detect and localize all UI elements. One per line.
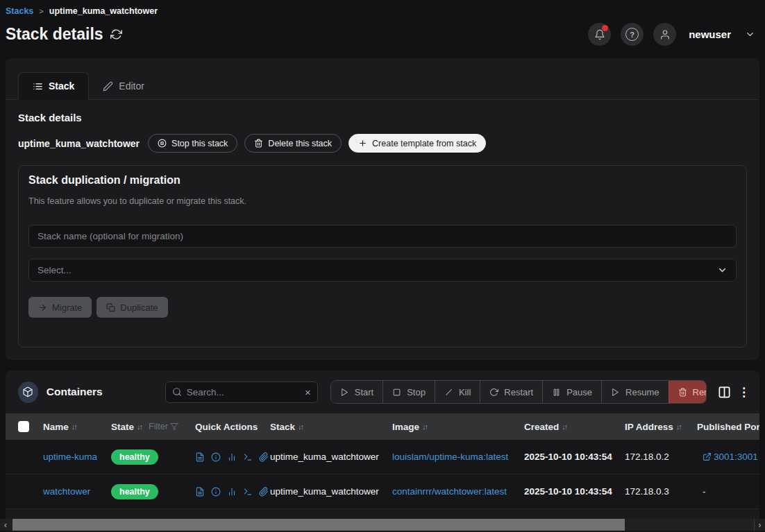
create-template-button[interactable]: Create template from stack — [348, 134, 486, 153]
trash-icon — [678, 388, 687, 397]
col-ip: IP Address — [625, 422, 673, 432]
funnel-icon — [170, 422, 178, 431]
ip-cell: 172.18.0.2 — [625, 452, 697, 462]
title-row: Stack details ? newuser — [0, 16, 765, 46]
sort-icon[interactable]: ↓↑ — [562, 422, 566, 431]
avatar[interactable] — [653, 23, 676, 46]
remove-button[interactable]: Remove — [669, 381, 707, 403]
containers-title: Containers — [47, 386, 103, 398]
select-placeholder: Select... — [37, 265, 72, 275]
sort-icon[interactable]: ↓↑ — [298, 422, 303, 431]
kill-button[interactable]: Kill — [435, 381, 480, 403]
breadcrumb-separator: > — [39, 7, 43, 15]
help-button[interactable]: ? — [621, 23, 644, 46]
kill-label: Kill — [459, 387, 471, 397]
image-link[interactable]: louislam/uptime-kuma:latest — [392, 452, 508, 462]
pause-icon — [552, 388, 561, 397]
published-port-link[interactable]: 3001:3001 — [697, 452, 759, 462]
sort-icon[interactable]: ↓↑ — [137, 422, 142, 431]
container-name-link[interactable]: watchtower — [43, 486, 90, 497]
breadcrumb: Stacks > uptime_kuma_watchtower — [0, 0, 765, 16]
duplicate-button[interactable]: Duplicate — [96, 297, 167, 318]
question-icon: ? — [625, 28, 639, 41]
columns-icon — [718, 386, 731, 399]
restart-label: Restart — [504, 387, 533, 397]
tab-editor[interactable]: Editor — [89, 73, 158, 99]
play-icon — [611, 388, 620, 397]
col-ports: Published Ports — [697, 422, 759, 432]
search-box: × — [165, 381, 318, 403]
scroll-left-arrow[interactable]: ‹ — [0, 519, 11, 531]
stack-details-panel: Stack Editor Stack details uptime_kuma_w… — [6, 58, 759, 360]
section-title: Stack details — [18, 112, 747, 123]
console-icon[interactable] — [243, 452, 253, 462]
clear-search-icon[interactable]: × — [305, 387, 311, 397]
pause-button[interactable]: Pause — [542, 381, 601, 403]
start-button[interactable]: Start — [331, 381, 382, 403]
filter-label: Filter — [149, 422, 168, 431]
table-settings-button[interactable]: ⋮ — [738, 385, 750, 400]
columns-toggle-button[interactable] — [718, 386, 731, 399]
logs-icon[interactable] — [195, 452, 205, 462]
duplicate-label: Duplicate — [120, 302, 158, 313]
container-name-link[interactable]: uptime-kuma — [43, 452, 97, 462]
col-created: Created — [524, 422, 559, 432]
external-link-icon — [703, 452, 712, 461]
status-badge: healthy — [111, 449, 158, 465]
inspect-icon[interactable] — [211, 487, 221, 497]
duplication-box: Stack duplication / migration This featu… — [18, 165, 747, 347]
duplication-description: This feature allows you to duplicate or … — [28, 196, 737, 206]
image-link[interactable]: containrrr/watchtower:latest — [392, 486, 507, 497]
user-menu-chevron[interactable] — [745, 29, 755, 40]
select-all-checkbox[interactable] — [18, 421, 29, 432]
containers-badge — [18, 381, 38, 403]
state-filter[interactable]: Filter — [149, 422, 178, 431]
notifications-button[interactable] — [588, 23, 611, 46]
stats-icon[interactable] — [227, 452, 237, 462]
tab-stack[interactable]: Stack — [18, 72, 89, 100]
sort-icon[interactable]: ↓↑ — [72, 422, 76, 431]
sort-icon[interactable]: ↓↑ — [422, 422, 427, 431]
environment-select[interactable]: Select... — [28, 259, 737, 282]
console-icon[interactable] — [243, 487, 253, 497]
square-icon — [392, 388, 401, 397]
tab-editor-label: Editor — [119, 80, 144, 92]
chevron-down-icon — [745, 29, 755, 40]
attach-icon[interactable] — [259, 487, 269, 497]
containers-header: Containers × Start Stop Kill — [6, 370, 759, 413]
tab-stack-label: Stack — [49, 80, 74, 92]
delete-stack-button[interactable]: Delete this stack — [244, 134, 342, 153]
stop-stack-button[interactable]: Stop this stack — [148, 134, 237, 153]
stack-cell: uptime_kuma_watchtower — [270, 452, 392, 462]
refresh-icon[interactable] — [110, 28, 122, 40]
stack-name-input[interactable] — [28, 225, 737, 248]
quick-actions — [195, 487, 270, 497]
scroll-right-arrow[interactable]: › — [754, 519, 765, 531]
cube-icon — [22, 386, 33, 397]
stats-icon[interactable] — [227, 487, 237, 497]
inspect-icon[interactable] — [211, 452, 221, 462]
restart-button[interactable]: Restart — [480, 381, 542, 403]
copy-icon — [106, 303, 115, 312]
user-icon — [659, 29, 671, 40]
attach-icon[interactable] — [259, 452, 269, 462]
page: Stacks > uptime_kuma_watchtower Stack de… — [0, 0, 765, 532]
search-input[interactable] — [187, 387, 300, 397]
breadcrumb-stacks-link[interactable]: Stacks — [6, 6, 33, 16]
logs-icon[interactable] — [195, 487, 205, 497]
stop-button[interactable]: Stop — [382, 381, 435, 403]
scrollbar-thumb[interactable] — [12, 519, 625, 531]
username[interactable]: newuser — [689, 28, 731, 40]
quick-actions — [195, 452, 270, 462]
migrate-button[interactable]: Migrate — [28, 297, 92, 318]
play-icon — [340, 388, 349, 397]
col-quick-actions: Quick Actions — [195, 422, 258, 432]
pause-label: Pause — [566, 387, 592, 397]
stack-panel-body: Stack details uptime_kuma_watchtower Sto… — [6, 100, 759, 359]
notification-dot — [602, 25, 608, 31]
col-stack: Stack — [270, 422, 295, 432]
resume-button[interactable]: Resume — [601, 381, 668, 403]
sort-icon[interactable]: ↓↑ — [676, 422, 681, 431]
pencil-icon — [103, 81, 113, 92]
horizontal-scrollbar[interactable]: ‹ › — [0, 519, 765, 531]
